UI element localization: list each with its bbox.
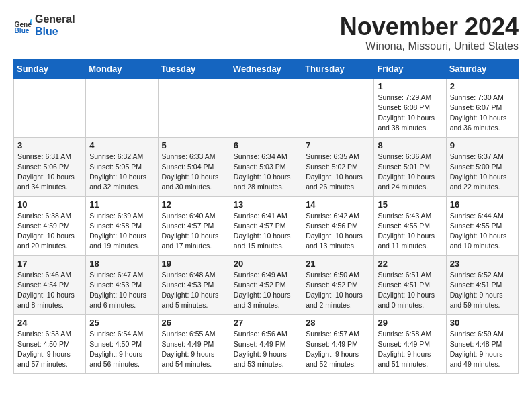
day-number: 3: [17, 140, 82, 150]
calendar-header-wednesday: Wednesday: [230, 59, 302, 78]
day-info: Sunrise: 6:37 AM Sunset: 5:00 PM Dayligh…: [450, 152, 515, 193]
calendar-cell: 22Sunrise: 6:51 AM Sunset: 4:51 PM Dayli…: [374, 255, 446, 314]
day-number: 11: [89, 199, 154, 210]
day-info: Sunrise: 6:43 AM Sunset: 4:55 PM Dayligh…: [378, 211, 442, 252]
calendar-cell: 14Sunrise: 6:42 AM Sunset: 4:56 PM Dayli…: [302, 196, 374, 255]
calendar-cell: 4Sunrise: 6:32 AM Sunset: 5:05 PM Daylig…: [86, 137, 158, 196]
logo-wordmark: General Blue: [35, 13, 75, 38]
calendar-cell: 13Sunrise: 6:41 AM Sunset: 4:57 PM Dayli…: [230, 196, 302, 255]
calendar-cell: 12Sunrise: 6:40 AM Sunset: 4:57 PM Dayli…: [158, 196, 230, 255]
calendar-cell: 5Sunrise: 6:33 AM Sunset: 5:04 PM Daylig…: [158, 137, 230, 196]
calendar-cell: 24Sunrise: 6:53 AM Sunset: 4:50 PM Dayli…: [14, 314, 86, 373]
calendar-cell: 29Sunrise: 6:58 AM Sunset: 4:49 PM Dayli…: [374, 314, 446, 373]
calendar-cell: 8Sunrise: 6:36 AM Sunset: 5:01 PM Daylig…: [374, 137, 446, 196]
calendar-week-4: 17Sunrise: 6:46 AM Sunset: 4:54 PM Dayli…: [14, 255, 519, 314]
day-number: 8: [378, 140, 442, 150]
calendar-cell: 27Sunrise: 6:56 AM Sunset: 4:49 PM Dayli…: [230, 314, 302, 373]
day-number: 15: [378, 199, 442, 210]
header-area: General Blue General Blue November 2024 …: [13, 13, 519, 52]
day-number: 18: [89, 259, 154, 269]
calendar-header-friday: Friday: [374, 59, 446, 78]
day-info: Sunrise: 6:54 AM Sunset: 4:50 PM Dayligh…: [89, 329, 154, 370]
logo: General Blue General Blue: [13, 13, 75, 38]
day-info: Sunrise: 6:39 AM Sunset: 4:58 PM Dayligh…: [89, 211, 154, 252]
calendar-cell: [14, 78, 86, 137]
day-number: 29: [378, 318, 442, 328]
calendar-cell: 26Sunrise: 6:55 AM Sunset: 4:49 PM Dayli…: [158, 314, 230, 373]
calendar-header-sunday: Sunday: [14, 59, 86, 78]
calendar-cell: 16Sunrise: 6:44 AM Sunset: 4:55 PM Dayli…: [446, 196, 518, 255]
day-info: Sunrise: 6:51 AM Sunset: 4:51 PM Dayligh…: [378, 270, 442, 311]
day-number: 4: [89, 140, 154, 150]
day-info: Sunrise: 6:58 AM Sunset: 4:49 PM Dayligh…: [378, 329, 442, 370]
calendar-week-3: 10Sunrise: 6:38 AM Sunset: 4:59 PM Dayli…: [14, 196, 519, 255]
day-number: 12: [162, 199, 226, 210]
day-number: 19: [162, 259, 226, 269]
day-info: Sunrise: 6:48 AM Sunset: 4:53 PM Dayligh…: [162, 270, 226, 311]
day-info: Sunrise: 6:34 AM Sunset: 5:03 PM Dayligh…: [234, 152, 298, 193]
day-info: Sunrise: 6:33 AM Sunset: 5:04 PM Dayligh…: [162, 152, 226, 193]
day-number: 14: [306, 199, 370, 210]
day-number: 24: [17, 318, 82, 328]
day-number: 25: [89, 318, 154, 328]
calendar-cell: 19Sunrise: 6:48 AM Sunset: 4:53 PM Dayli…: [158, 255, 230, 314]
day-info: Sunrise: 6:59 AM Sunset: 4:48 PM Dayligh…: [450, 329, 515, 370]
logo-general: General: [35, 13, 75, 25]
calendar-cell: 21Sunrise: 6:50 AM Sunset: 4:52 PM Dayli…: [302, 255, 374, 314]
calendar-cell: [230, 78, 302, 137]
calendar-cell: 10Sunrise: 6:38 AM Sunset: 4:59 PM Dayli…: [14, 196, 86, 255]
day-number: 20: [234, 259, 298, 269]
page: General Blue General Blue November 2024 …: [0, 0, 532, 381]
calendar-cell: 30Sunrise: 6:59 AM Sunset: 4:48 PM Dayli…: [446, 314, 518, 373]
logo-blue: Blue: [35, 26, 58, 37]
day-info: Sunrise: 7:30 AM Sunset: 6:07 PM Dayligh…: [450, 93, 515, 134]
day-number: 22: [378, 259, 442, 269]
calendar-cell: 9Sunrise: 6:37 AM Sunset: 5:00 PM Daylig…: [446, 137, 518, 196]
calendar-cell: 11Sunrise: 6:39 AM Sunset: 4:58 PM Dayli…: [86, 196, 158, 255]
day-info: Sunrise: 6:36 AM Sunset: 5:01 PM Dayligh…: [378, 152, 442, 193]
day-number: 2: [450, 81, 515, 91]
calendar-header-tuesday: Tuesday: [158, 59, 230, 78]
calendar-week-5: 24Sunrise: 6:53 AM Sunset: 4:50 PM Dayli…: [14, 314, 519, 373]
day-info: Sunrise: 6:42 AM Sunset: 4:56 PM Dayligh…: [306, 211, 370, 252]
day-number: 16: [450, 199, 515, 210]
day-info: Sunrise: 6:46 AM Sunset: 4:54 PM Dayligh…: [17, 270, 82, 311]
day-number: 6: [234, 140, 298, 150]
day-number: 27: [234, 318, 298, 328]
svg-text:Blue: Blue: [15, 27, 30, 34]
day-info: Sunrise: 6:47 AM Sunset: 4:53 PM Dayligh…: [89, 270, 154, 311]
logo-icon: General Blue: [13, 16, 32, 35]
calendar-cell: 25Sunrise: 6:54 AM Sunset: 4:50 PM Dayli…: [86, 314, 158, 373]
calendar-header-monday: Monday: [86, 59, 158, 78]
day-info: Sunrise: 6:49 AM Sunset: 4:52 PM Dayligh…: [234, 270, 298, 311]
day-number: 7: [306, 140, 370, 150]
calendar-cell: 1Sunrise: 7:29 AM Sunset: 6:08 PM Daylig…: [374, 78, 446, 137]
day-info: Sunrise: 7:29 AM Sunset: 6:08 PM Dayligh…: [378, 93, 442, 134]
day-number: 30: [450, 318, 515, 328]
calendar-cell: [86, 78, 158, 137]
day-info: Sunrise: 6:35 AM Sunset: 5:02 PM Dayligh…: [306, 152, 370, 193]
calendar-cell: 3Sunrise: 6:31 AM Sunset: 5:06 PM Daylig…: [14, 137, 86, 196]
calendar-week-1: 1Sunrise: 7:29 AM Sunset: 6:08 PM Daylig…: [14, 78, 519, 137]
day-number: 9: [450, 140, 515, 150]
calendar: SundayMondayTuesdayWednesdayThursdayFrid…: [13, 59, 519, 374]
title-area: November 2024 Winona, Missouri, United S…: [340, 13, 519, 52]
day-number: 17: [17, 259, 82, 269]
day-number: 23: [450, 259, 515, 269]
day-info: Sunrise: 6:31 AM Sunset: 5:06 PM Dayligh…: [17, 152, 82, 193]
day-info: Sunrise: 6:38 AM Sunset: 4:59 PM Dayligh…: [17, 211, 82, 252]
day-info: Sunrise: 6:40 AM Sunset: 4:57 PM Dayligh…: [162, 211, 226, 252]
calendar-cell: [302, 78, 374, 137]
day-number: 10: [17, 199, 82, 210]
day-number: 26: [162, 318, 226, 328]
day-info: Sunrise: 6:52 AM Sunset: 4:51 PM Dayligh…: [450, 270, 515, 311]
day-info: Sunrise: 6:32 AM Sunset: 5:05 PM Dayligh…: [89, 152, 154, 193]
day-info: Sunrise: 6:55 AM Sunset: 4:49 PM Dayligh…: [162, 329, 226, 370]
calendar-cell: 17Sunrise: 6:46 AM Sunset: 4:54 PM Dayli…: [14, 255, 86, 314]
calendar-cell: 7Sunrise: 6:35 AM Sunset: 5:02 PM Daylig…: [302, 137, 374, 196]
calendar-cell: 2Sunrise: 7:30 AM Sunset: 6:07 PM Daylig…: [446, 78, 518, 137]
calendar-cell: [158, 78, 230, 137]
calendar-cell: 18Sunrise: 6:47 AM Sunset: 4:53 PM Dayli…: [86, 255, 158, 314]
day-number: 21: [306, 259, 370, 269]
day-number: 28: [306, 318, 370, 328]
